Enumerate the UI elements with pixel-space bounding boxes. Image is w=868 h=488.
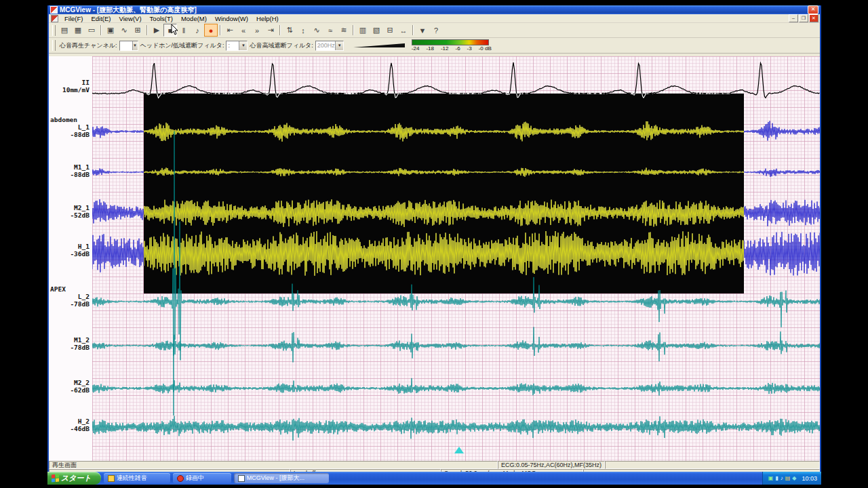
snapshot-icon[interactable]: ▣ <box>104 24 117 37</box>
highcut-select[interactable]: 200Hz▼ <box>315 41 344 51</box>
menu-item-window[interactable]: Window(W) <box>211 15 252 22</box>
db-tick: -18 <box>426 45 434 52</box>
volume-icon[interactable]: ♪ <box>781 475 783 482</box>
toolbar-separator <box>279 25 281 35</box>
highcut-label: 心音高域遮断フィルタ: <box>250 41 313 50</box>
toolbar-grip[interactable] <box>52 25 56 36</box>
playback-position-marker[interactable] <box>454 447 464 453</box>
record-icon[interactable]: ● <box>204 24 218 37</box>
trace-apex-H_2 <box>92 416 820 441</box>
play-channel-label: 心音再生チャンネル: <box>60 41 117 50</box>
level-meter-bar <box>412 39 489 45</box>
title-bar[interactable]: MCGView - [腹部大動脈、腎動脈の高度狭窄] ✕ <box>49 5 820 14</box>
status-spare-panel-1 <box>605 461 820 469</box>
task-icon <box>177 475 184 482</box>
level-meter: -24-18-12-6-3-0 dB <box>412 39 492 52</box>
lowcut-select[interactable]: :▼ <box>226 41 248 51</box>
channel-label-column: II10mm/mVabdomenL_1-88dBM1_1-88dBM2_1-52… <box>49 56 92 461</box>
time-scale-icon[interactable]: ↔ <box>397 24 410 37</box>
filter-wave-icon[interactable]: ∿ <box>310 24 323 37</box>
menu-item-view[interactable]: View(V) <box>115 15 146 22</box>
menu-item-tools[interactable]: Tools(T) <box>146 15 177 22</box>
taskbar-task-0[interactable]: 連続性雑音 <box>104 473 170 483</box>
trace-apex-M2_2 <box>92 378 820 396</box>
trace-ecg-II <box>92 62 820 98</box>
wave-copy-icon[interactable]: ∿ <box>117 24 131 37</box>
waveform-plot[interactable] <box>92 56 820 461</box>
play-icon[interactable]: ▶ <box>150 24 163 37</box>
mcgview-window: MCGView - [腹部大動脈、腎動脈の高度狭窄] ✕ File(F)Edit… <box>47 5 821 472</box>
network-icon[interactable]: ▮ <box>775 475 778 482</box>
status-row-1: 再生画面 ECG:0.05-75Hz,AC(60Hz),MF(35Hz) <box>49 461 820 469</box>
windows-flag-icon <box>52 474 59 482</box>
toolbar-separator <box>100 25 102 35</box>
save-icon[interactable]: ▦ <box>71 24 85 37</box>
taskbar: スタート 連続性雑音録画中MCGView - [腹部大... ▣▮♪▤◆ 10:… <box>47 472 821 485</box>
controls-grip[interactable] <box>52 40 56 51</box>
mdi-restore-button[interactable]: ❐ <box>799 14 808 22</box>
trace-apex-M1_2 <box>92 327 820 363</box>
channel-label-apex-L_2: APEXL_2-78dB <box>50 285 90 308</box>
controls-bar: 心音再生チャンネル: ▼ ヘッドホン/低域遮断フィルタ: :▼ 心音高域遮断フィ… <box>49 38 820 54</box>
grid-settings-icon[interactable]: ⊞ <box>131 24 144 37</box>
lowcut-label: ヘッドホン/低域遮断フィルタ: <box>140 41 224 50</box>
forward-icon[interactable]: » <box>250 24 264 37</box>
display-icon[interactable]: ▤ <box>785 475 791 482</box>
channel-label-apex-M1_2: M1_2-78dB <box>50 336 90 351</box>
window-title: MCGView - [腹部大動脈、腎動脈の高度狭窄] <box>60 5 808 15</box>
help-icon[interactable]: ? <box>429 24 443 37</box>
scale-vertical-icon[interactable]: ↕ <box>296 24 310 37</box>
toolbar-separator <box>353 25 354 35</box>
marker-icon[interactable]: ▼ <box>416 24 429 37</box>
open-folder-icon[interactable]: ▤ <box>58 24 71 37</box>
menu-item-edit[interactable]: Edit(E) <box>87 15 115 22</box>
multi-wave-icon[interactable]: ≋ <box>337 24 351 37</box>
antivirus-icon[interactable]: ▣ <box>768 475 774 482</box>
toolbar-separator <box>220 25 221 35</box>
taskbar-clock: 10:03 <box>802 475 817 482</box>
channel-label-ecg-II: II10mm/mV <box>50 79 90 94</box>
layout-split-icon[interactable]: ▧ <box>370 24 383 37</box>
task-icon <box>238 475 245 482</box>
taskbar-task-1[interactable]: 録画中 <box>173 473 231 483</box>
sound-icon[interactable]: ♪ <box>191 24 204 37</box>
usb-icon[interactable]: ◆ <box>792 475 796 482</box>
layout-rows-icon[interactable]: ▥ <box>356 24 370 37</box>
menu-item-help[interactable]: Help(H) <box>252 15 283 22</box>
gain-updown-icon[interactable]: ⇅ <box>283 24 296 37</box>
taskbar-task-2[interactable]: MCGView - [腹部大... <box>234 473 329 483</box>
signal-chart: II10mm/mVabdomenL_1-88dBM1_1-88dBM2_1-52… <box>49 56 820 461</box>
db-tick: -6 <box>455 45 460 52</box>
menu-bar: File(F)Edit(E)View(V)Tools(T)Mode(M)Wind… <box>49 14 820 23</box>
channel-label-abd-M1_1: M1_1-88dB <box>50 163 90 178</box>
close-button[interactable]: ✕ <box>808 5 818 14</box>
channel-label-abd-L1: abdomenL_1-88dB <box>50 116 90 138</box>
start-button[interactable]: スタート <box>47 472 101 485</box>
channel-label-abd-H_1: H_1-36dB <box>50 243 90 258</box>
task-icon <box>108 475 115 482</box>
screen: MCGView - [腹部大動脈、腎動脈の高度狭窄] ✕ File(F)Edit… <box>0 0 868 488</box>
channel-label-abd-M2_1: M2_1-52dB <box>50 204 90 219</box>
go-start-icon[interactable]: ⇤ <box>223 24 237 37</box>
mdi-close-button[interactable]: ✕ <box>809 14 818 22</box>
menu-item-mode[interactable]: Mode(M) <box>177 15 211 22</box>
toolbar: ▤▦▭▣∿⊞▶■‖♪●⇤«»⇥⇅↕∿≈≋▥▧⊟↔▼? <box>49 23 820 38</box>
status-ecg-panel: ECG:0.05-75Hz,AC(60Hz),MF(35Hz) <box>498 461 605 469</box>
mdi-minimize-button[interactable]: – <box>789 14 798 22</box>
menu-item-file[interactable]: File(F) <box>60 15 87 22</box>
mouse-cursor <box>171 24 180 36</box>
go-end-icon[interactable]: ⇥ <box>264 24 277 37</box>
channel-label-apex-H_2: H_2-46dB <box>50 418 90 432</box>
smooth-wave-icon[interactable]: ≈ <box>323 24 337 37</box>
print-icon[interactable]: ▭ <box>85 24 98 37</box>
waveform-svg[interactable] <box>92 56 820 461</box>
db-tick: -0 dB <box>479 45 492 52</box>
compress-icon[interactable]: ⊟ <box>383 24 397 37</box>
rewind-icon[interactable]: « <box>237 24 250 37</box>
play-channel-select[interactable]: ▼ <box>119 41 138 51</box>
mdi-child-icon[interactable] <box>51 15 58 22</box>
toolbar-separator <box>146 25 148 35</box>
toolbar-separator <box>412 25 414 35</box>
db-tick: -24 <box>412 45 420 52</box>
volume-slider[interactable] <box>353 42 406 49</box>
